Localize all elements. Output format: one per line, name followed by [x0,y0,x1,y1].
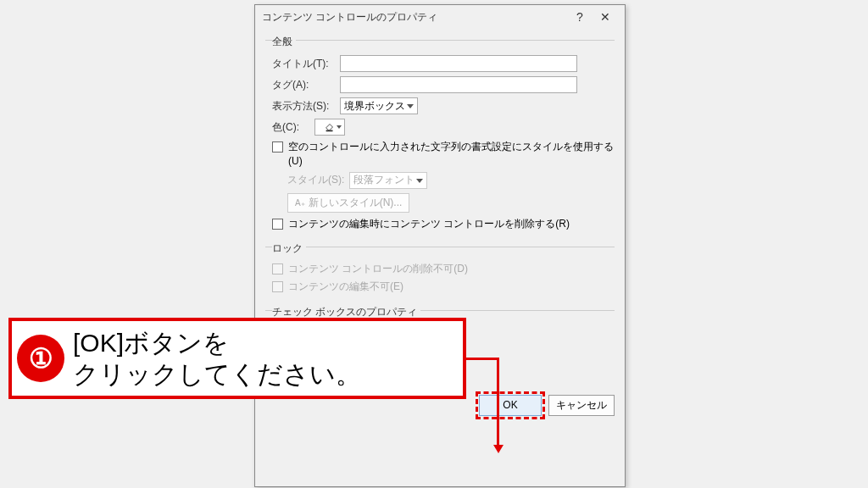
paint-bucket-icon [324,121,336,133]
callout-line1: [OK]ボタンを [73,329,229,357]
group-general: 全般 タイトル(T): タグ(A): 表示方法(S): 境界ボックス 色(C): [265,34,615,237]
help-button[interactable]: ? [567,10,593,24]
tag-label: タグ(A): [272,78,335,92]
use-style-checkbox[interactable] [272,141,283,152]
callout-arrow-h [465,358,499,360]
new-style-icon: A₊ [295,198,305,208]
titlebar: コンテンツ コントロールのプロパティ ? ✕ [255,5,625,29]
title-input[interactable] [340,55,577,72]
callout-number-badge: ① [17,335,64,382]
ok-button-label: OK [503,399,517,411]
new-style-button: A₊ 新しいスタイル(N)... [287,193,409,213]
title-label: タイトル(T): [272,57,335,71]
callout-arrow-v [497,358,499,451]
no-edit-label: コンテンツの編集不可(E) [288,280,403,294]
new-style-button-label: 新しいスタイル(N)... [309,196,403,210]
no-delete-label: コンテンツ コントロールの削除不可(D) [288,262,468,276]
use-style-label: 空のコントロールに入力された文字列の書式設定にスタイルを使用する(U) [288,140,615,169]
dialog-title: コンテンツ コントロールのプロパティ [262,10,567,25]
style-select: 段落フォント [349,172,427,189]
remove-on-edit-label: コンテンツの編集時にコンテンツ コントロールを削除する(R) [288,217,570,231]
no-edit-checkbox [272,281,283,292]
group-lock: ロック コンテンツ コントロールの削除不可(D) コンテンツの編集不可(E) [265,241,615,301]
callout-arrow-head-icon [493,445,504,453]
style-label: スタイル(S): [287,173,344,187]
color-picker[interactable] [314,119,345,136]
cancel-button[interactable]: キャンセル [548,395,615,416]
group-general-label: 全般 [272,35,296,49]
display-label: 表示方法(S): [272,99,335,114]
content-control-properties-dialog: コンテンツ コントロールのプロパティ ? ✕ 全般 タイトル(T): タグ(A)… [254,4,626,487]
display-select[interactable]: 境界ボックス [340,97,418,114]
tag-input[interactable] [340,76,577,93]
close-button[interactable]: ✕ [593,10,618,24]
no-delete-checkbox [272,263,283,274]
callout-text: [OK]ボタンを クリックしてください。 [73,327,361,391]
ok-button[interactable]: OK [479,395,542,416]
remove-on-edit-checkbox[interactable] [272,219,283,230]
callout-line2: クリックしてください。 [73,360,361,388]
svg-rect-0 [326,130,333,132]
color-label: 色(C): [272,120,309,135]
instruction-callout: ① [OK]ボタンを クリックしてください。 [8,318,466,399]
group-lock-label: ロック [272,241,306,256]
